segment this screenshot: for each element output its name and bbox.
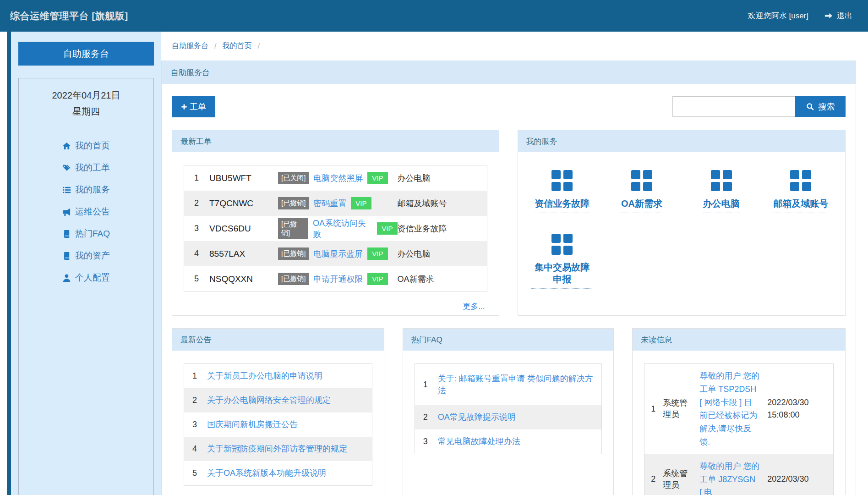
status-badge: [已撤销] xyxy=(278,218,308,239)
ticket-code: 8557LAX xyxy=(209,249,278,259)
my-services-title: 我的服务 xyxy=(518,130,846,152)
sidebar-item-faq[interactable]: 热门FAQ xyxy=(19,223,153,245)
message-sender: 系统管理员 xyxy=(663,397,692,420)
faq-link[interactable]: OA常见故障提示说明 xyxy=(438,407,602,427)
breadcrumb-link-page[interactable]: 我的首页 xyxy=(222,41,251,51)
sidebar-item-assets[interactable]: 我的资产 xyxy=(19,245,153,267)
faq-link[interactable]: 常见电脑故障处理办法 xyxy=(438,432,602,451)
panel-title: 自助服务台 xyxy=(162,61,856,84)
app-title: 综合运维管理平台 [旗舰版] xyxy=(10,10,128,22)
message-link[interactable]: 尊敬的用户 您的工单 TSP2DSH [ 网络卡段 ] 目前已经被标记为解决,请… xyxy=(699,369,760,449)
message-sender: 系统管理员 xyxy=(663,468,692,491)
cards-row-bottom: 最新公告 1 关于新员工办公电脑的申请说明 2 关于办公电脑网络安全管理的规定 … xyxy=(172,328,846,495)
sidebar-item-home[interactable]: 我的首页 xyxy=(19,135,153,157)
list-item: 5 关于OA系统新版本功能升级说明 xyxy=(184,461,372,485)
service-item-office-pc[interactable]: 办公电脑 xyxy=(682,170,761,213)
messages-table: 1 系统管理员 尊敬的用户 您的工单 TSP2DSH [ 网络卡段 ] 目前已经… xyxy=(644,363,834,495)
sidebar-panel: 2022年04月21日 星期四 我的首页 我的工单 我的服务 xyxy=(18,78,154,495)
logout-button[interactable]: 退出 xyxy=(824,11,852,21)
table-row: 4 8557LAX [已撤销] 电脑显示蓝屏 VIP 办公电脑 xyxy=(184,241,487,266)
table-row: 2 T7QCNWC [已撤销] 密码重置 VIP 邮箱及域账号 xyxy=(184,191,487,216)
weekday-text: 星期四 xyxy=(19,104,153,120)
book-icon xyxy=(62,230,71,238)
list-item: 1 关于新员工办公电脑的申请说明 xyxy=(184,364,372,388)
service-item-trade-fault[interactable]: 集中交易故障申报 xyxy=(523,233,602,289)
message-link[interactable]: 尊敬的用户 您的工单 J8ZYSGN [ 电 xyxy=(699,460,760,495)
list-item: 3 国庆期间新机房搬迁公告 xyxy=(184,412,372,437)
announcement-link[interactable]: 关于新员工办公电脑的申请说明 xyxy=(207,366,372,385)
sidebar-item-profile[interactable]: 个人配置 xyxy=(19,267,153,289)
main-panel: 自助服务台 工单 搜索 最新工单 1 UBU5WFT xyxy=(161,60,856,495)
ticket-subject-link[interactable]: 电脑突然黑屏 xyxy=(313,173,363,184)
services-grid: 资信业务故障 OA新需求 办公电脑 xyxy=(518,152,846,309)
my-services-card: 我的服务 资信业务故障 OA新需求 xyxy=(518,130,846,316)
status-badge: [已关闭] xyxy=(278,172,309,184)
list-item: 3 常见电脑故障处理办法 xyxy=(415,429,602,454)
announcement-link[interactable]: 关于新冠防疫期间外部访客管理的规定 xyxy=(207,439,372,458)
message-row: 1 系统管理员 尊敬的用户 您的工单 TSP2DSH [ 网络卡段 ] 目前已经… xyxy=(644,364,833,454)
service-item-oa-request[interactable]: OA新需求 xyxy=(602,170,682,213)
divider xyxy=(25,129,147,129)
search-icon xyxy=(806,103,814,111)
ticket-category: 邮箱及域账号 xyxy=(398,198,487,209)
vip-badge: VIP xyxy=(367,172,388,184)
th-large-icon xyxy=(710,170,732,192)
list-icon xyxy=(62,186,71,194)
search-input[interactable] xyxy=(672,96,795,117)
date-text: 2022年04月21日 xyxy=(19,88,153,104)
welcome-text: 欢迎您阿水 [user] xyxy=(748,11,808,21)
ticket-category: 资信业务故障 xyxy=(398,223,487,234)
ticket-code: VDCS6DU xyxy=(209,224,278,234)
announcements-table: 1 关于新员工办公电脑的申请说明 2 关于办公电脑网络安全管理的规定 3 国庆期… xyxy=(184,363,372,486)
ticket-subject-link[interactable]: 密码重置 xyxy=(313,198,346,209)
sidebar-item-services[interactable]: 我的服务 xyxy=(19,179,153,201)
search-button[interactable]: 搜索 xyxy=(795,96,846,117)
ticket-code: UBU5WFT xyxy=(209,173,278,183)
search-box: 搜索 xyxy=(672,96,846,117)
message-time: 2022/03/30 15:08:00 xyxy=(767,396,833,421)
ticket-subject-link[interactable]: 电脑显示蓝屏 xyxy=(313,248,363,259)
ticket-category: OA新需求 xyxy=(398,274,487,285)
sidebar: 自助服务台 2022年04月21日 星期四 我的首页 我的工单 xyxy=(11,32,161,495)
message-time: 2022/03/30 xyxy=(767,473,833,485)
unread-messages-title: 未读信息 xyxy=(633,329,845,351)
th-large-icon xyxy=(551,233,573,255)
ticket-category: 办公电脑 xyxy=(398,173,487,184)
book-icon xyxy=(62,252,71,260)
tickets-more-link[interactable]: 更多... xyxy=(186,301,485,312)
sidebar-menu: 我的首页 我的工单 我的服务 运维公告 xyxy=(19,135,153,289)
announcement-link[interactable]: 关于OA系统新版本功能升级说明 xyxy=(207,463,372,483)
th-large-icon xyxy=(551,170,573,192)
announcements-card: 最新公告 1 关于新员工办公电脑的申请说明 2 关于办公电脑网络安全管理的规定 … xyxy=(172,328,384,495)
sidebar-title-button[interactable]: 自助服务台 xyxy=(18,42,154,66)
announcement-link[interactable]: 国庆期间新机房搬迁公告 xyxy=(207,415,372,434)
announcements-title: 最新公告 xyxy=(172,329,384,351)
date-display: 2022年04月21日 星期四 xyxy=(19,78,153,120)
table-row: 1 UBU5WFT [已关闭] 电脑突然黑屏 VIP 办公电脑 xyxy=(184,165,487,191)
service-item-credit-fault[interactable]: 资信业务故障 xyxy=(523,170,602,213)
top-bar: 综合运维管理平台 [旗舰版] 欢迎您阿水 [user] 退出 xyxy=(0,0,868,32)
breadcrumb-link-home[interactable]: 自助服务台 xyxy=(172,41,208,51)
new-ticket-button[interactable]: 工单 xyxy=(172,96,215,117)
status-badge: [已撤销] xyxy=(278,248,309,260)
ticket-code: NSQQXXN xyxy=(209,274,278,284)
service-item-mail-account[interactable]: 邮箱及域账号 xyxy=(761,170,841,213)
ticket-subject-link[interactable]: 申请开通权限 xyxy=(313,274,363,285)
plus-icon xyxy=(181,104,187,110)
sidebar-item-tickets[interactable]: 我的工单 xyxy=(19,157,153,179)
bullhorn-icon xyxy=(62,208,71,216)
announcement-link[interactable]: 关于办公电脑网络安全管理的规定 xyxy=(207,390,372,410)
faq-link[interactable]: 关于: 邮箱账号重置申请 类似问题的解决方法 xyxy=(438,369,602,400)
vip-badge: VIP xyxy=(351,197,371,209)
faq-table: 1 关于: 邮箱账号重置申请 类似问题的解决方法 2 OA常见故障提示说明 3 … xyxy=(415,363,602,454)
cards-row-top: 最新工单 1 UBU5WFT [已关闭] 电脑突然黑屏 VIP 办公电脑 2 T… xyxy=(172,130,846,316)
status-badge: [已撤销] xyxy=(278,197,309,209)
latest-tickets-title: 最新工单 xyxy=(172,130,499,152)
sidebar-item-announcements[interactable]: 运维公告 xyxy=(19,201,153,223)
ticket-subject-link[interactable]: OA系统访问失败 xyxy=(313,218,372,240)
faq-card: 热门FAQ 1 关于: 邮箱账号重置申请 类似问题的解决方法 2 OA常见故障提… xyxy=(403,328,614,495)
list-item: 1 关于: 邮箱账号重置申请 类似问题的解决方法 xyxy=(415,364,602,405)
latest-tickets-card: 最新工单 1 UBU5WFT [已关闭] 电脑突然黑屏 VIP 办公电脑 2 T… xyxy=(172,130,499,316)
list-item: 2 OA常见故障提示说明 xyxy=(415,405,602,429)
logout-arrow-icon xyxy=(824,11,833,20)
